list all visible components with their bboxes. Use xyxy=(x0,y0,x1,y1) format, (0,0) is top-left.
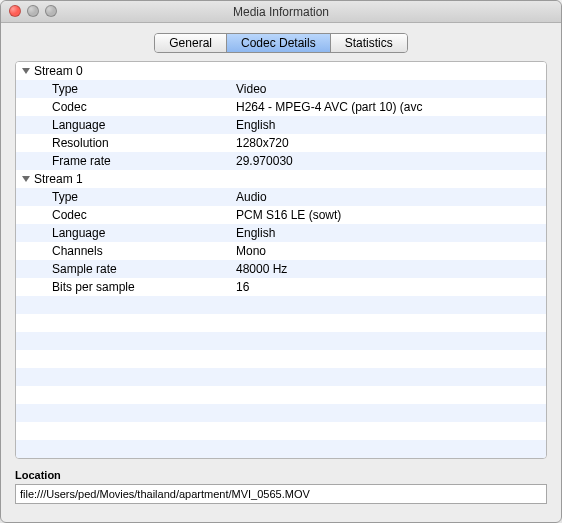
property-value: 29.970030 xyxy=(236,154,546,168)
empty-row xyxy=(16,404,546,422)
location-label: Location xyxy=(15,469,547,481)
tab-bar: General Codec Details Statistics xyxy=(15,33,547,53)
chevron-down-icon[interactable] xyxy=(22,68,30,74)
window-body: General Codec Details Statistics Stream … xyxy=(1,23,561,518)
property-value: 48000 Hz xyxy=(236,262,546,276)
stream-header[interactable]: Stream 0 xyxy=(16,62,546,80)
table-row[interactable]: Sample rate48000 Hz xyxy=(16,260,546,278)
table-row[interactable]: LanguageEnglish xyxy=(16,224,546,242)
property-value: Video xyxy=(236,82,546,96)
table-row[interactable]: TypeVideo xyxy=(16,80,546,98)
table-row[interactable]: Frame rate29.970030 xyxy=(16,152,546,170)
stream-header-label: Stream 1 xyxy=(34,172,83,186)
location-section: Location xyxy=(15,469,547,504)
table-row[interactable]: TypeAudio xyxy=(16,188,546,206)
tab-general[interactable]: General xyxy=(155,34,227,52)
property-key: Channels xyxy=(16,244,236,258)
property-value: English xyxy=(236,118,546,132)
codec-details-panel: Stream 0TypeVideoCodecH264 - MPEG-4 AVC … xyxy=(15,61,547,459)
table-row[interactable]: LanguageEnglish xyxy=(16,116,546,134)
empty-row xyxy=(16,440,546,458)
property-value: English xyxy=(236,226,546,240)
window: Media Information General Codec Details … xyxy=(0,0,562,523)
minimize-icon[interactable] xyxy=(27,5,39,17)
tab-statistics[interactable]: Statistics xyxy=(331,34,407,52)
property-key: Bits per sample xyxy=(16,280,236,294)
empty-row xyxy=(16,314,546,332)
stream-header[interactable]: Stream 1 xyxy=(16,170,546,188)
zoom-icon[interactable] xyxy=(45,5,57,17)
property-value: Audio xyxy=(236,190,546,204)
property-value: PCM S16 LE (sowt) xyxy=(236,208,546,222)
empty-row xyxy=(16,296,546,314)
property-value: 1280x720 xyxy=(236,136,546,150)
property-key: Type xyxy=(16,82,236,96)
property-key: Sample rate xyxy=(16,262,236,276)
table-row[interactable]: ChannelsMono xyxy=(16,242,546,260)
empty-row xyxy=(16,332,546,350)
table-row[interactable]: Resolution1280x720 xyxy=(16,134,546,152)
traffic-lights xyxy=(9,5,57,17)
property-key: Codec xyxy=(16,208,236,222)
property-key: Type xyxy=(16,190,236,204)
empty-row xyxy=(16,350,546,368)
property-key: Frame rate xyxy=(16,154,236,168)
tab-codec-details[interactable]: Codec Details xyxy=(227,34,331,52)
stream-header-label: Stream 0 xyxy=(34,64,83,78)
close-icon[interactable] xyxy=(9,5,21,17)
titlebar: Media Information xyxy=(1,1,561,23)
empty-row xyxy=(16,422,546,440)
table-row[interactable]: CodecH264 - MPEG-4 AVC (part 10) (avc xyxy=(16,98,546,116)
table-row[interactable]: Bits per sample16 xyxy=(16,278,546,296)
location-input[interactable] xyxy=(15,484,547,504)
property-key: Language xyxy=(16,118,236,132)
table-row[interactable]: CodecPCM S16 LE (sowt) xyxy=(16,206,546,224)
chevron-down-icon[interactable] xyxy=(22,176,30,182)
property-key: Language xyxy=(16,226,236,240)
window-title: Media Information xyxy=(1,5,561,19)
property-value: Mono xyxy=(236,244,546,258)
property-key: Codec xyxy=(16,100,236,114)
stream-table: Stream 0TypeVideoCodecH264 - MPEG-4 AVC … xyxy=(16,62,546,458)
empty-row xyxy=(16,368,546,386)
empty-row xyxy=(16,386,546,404)
property-value: 16 xyxy=(236,280,546,294)
segmented-control: General Codec Details Statistics xyxy=(154,33,407,53)
property-value: H264 - MPEG-4 AVC (part 10) (avc xyxy=(236,100,546,114)
property-key: Resolution xyxy=(16,136,236,150)
